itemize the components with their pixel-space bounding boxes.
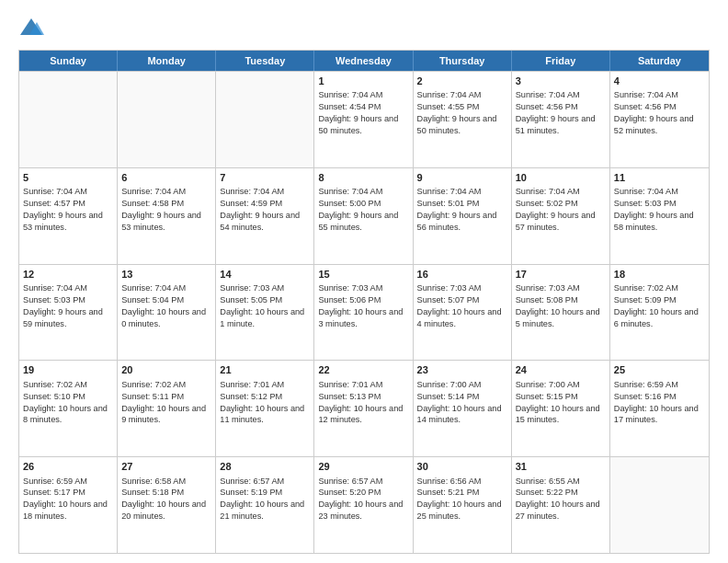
header-cell-tuesday: Tuesday	[216, 51, 314, 71]
day-info: Daylight: 9 hours and 54 minutes.	[220, 210, 310, 234]
calendar-body: 1Sunrise: 7:04 AMSunset: 4:54 PMDaylight…	[19, 71, 709, 553]
day-number: 22	[318, 363, 408, 377]
cal-cell: 10Sunrise: 7:04 AMSunset: 5:02 PMDayligh…	[512, 168, 610, 264]
day-info: Sunrise: 7:04 AM	[318, 89, 408, 101]
day-info: Sunrise: 6:57 AM	[318, 476, 408, 488]
day-info: Daylight: 9 hours and 58 minutes.	[614, 210, 705, 234]
day-info: Sunrise: 7:04 AM	[614, 186, 705, 198]
day-info: Sunrise: 7:04 AM	[516, 186, 606, 198]
day-info: Sunrise: 7:04 AM	[417, 186, 507, 198]
day-number: 8	[318, 171, 408, 185]
day-info: Daylight: 10 hours and 8 minutes.	[23, 403, 113, 427]
cal-cell: 24Sunrise: 7:00 AMSunset: 5:15 PMDayligh…	[512, 361, 610, 456]
cal-cell: 1Sunrise: 7:04 AMSunset: 4:54 PMDaylight…	[314, 72, 413, 167]
day-info: Sunrise: 7:04 AM	[516, 89, 606, 101]
day-number: 27	[121, 460, 211, 474]
day-info: Daylight: 9 hours and 51 minutes.	[516, 113, 606, 137]
day-info: Daylight: 9 hours and 53 minutes.	[121, 210, 211, 234]
day-info: Daylight: 10 hours and 14 minutes.	[417, 403, 507, 427]
day-info: Sunrise: 6:59 AM	[23, 476, 113, 488]
day-info: Sunrise: 7:04 AM	[23, 282, 113, 294]
day-info: Sunset: 5:21 PM	[417, 487, 507, 499]
day-info: Sunset: 5:01 PM	[417, 198, 507, 210]
day-number: 15	[318, 268, 408, 282]
day-info: Daylight: 9 hours and 56 minutes.	[417, 210, 507, 234]
cal-cell	[19, 72, 118, 167]
day-info: Sunrise: 7:04 AM	[220, 186, 310, 198]
day-info: Daylight: 10 hours and 23 minutes.	[318, 499, 408, 523]
day-info: Daylight: 10 hours and 21 minutes.	[220, 499, 310, 523]
cal-cell: 20Sunrise: 7:02 AMSunset: 5:11 PMDayligh…	[118, 361, 216, 456]
day-number: 2	[417, 75, 507, 88]
day-info: Sunrise: 7:03 AM	[318, 282, 408, 294]
day-info: Sunrise: 7:02 AM	[614, 282, 705, 294]
week-row-2: 5Sunrise: 7:04 AMSunset: 4:57 PMDaylight…	[19, 167, 709, 264]
day-info: Sunset: 5:07 PM	[417, 294, 507, 306]
day-info: Sunrise: 6:58 AM	[121, 476, 211, 488]
day-info: Daylight: 10 hours and 17 minutes.	[614, 403, 705, 427]
cal-cell: 30Sunrise: 6:56 AMSunset: 5:21 PMDayligh…	[414, 457, 512, 553]
day-info: Daylight: 9 hours and 50 minutes.	[417, 113, 507, 137]
cal-cell: 31Sunrise: 6:55 AMSunset: 5:22 PMDayligh…	[512, 457, 610, 553]
cal-cell: 14Sunrise: 7:03 AMSunset: 5:05 PMDayligh…	[216, 265, 314, 361]
day-info: Sunrise: 7:04 AM	[121, 186, 211, 198]
cal-cell	[118, 72, 216, 167]
day-info: Daylight: 10 hours and 15 minutes.	[516, 403, 606, 427]
day-info: Daylight: 10 hours and 4 minutes.	[417, 306, 507, 330]
week-row-3: 12Sunrise: 7:04 AMSunset: 5:03 PMDayligh…	[19, 264, 709, 361]
day-info: Sunset: 4:59 PM	[220, 198, 310, 210]
day-number: 25	[614, 363, 705, 377]
day-info: Sunrise: 7:04 AM	[121, 282, 211, 294]
day-info: Sunset: 5:05 PM	[220, 294, 310, 306]
day-info: Sunset: 4:56 PM	[516, 101, 606, 113]
cal-cell: 22Sunrise: 7:01 AMSunset: 5:13 PMDayligh…	[314, 361, 413, 456]
day-info: Sunrise: 7:01 AM	[318, 379, 408, 391]
day-info: Sunset: 5:20 PM	[318, 487, 408, 499]
cal-cell: 21Sunrise: 7:01 AMSunset: 5:12 PMDayligh…	[216, 361, 314, 456]
day-number: 9	[417, 171, 507, 185]
day-number: 18	[614, 268, 705, 282]
day-info: Sunrise: 7:04 AM	[417, 89, 507, 101]
logo	[18, 15, 48, 40]
day-info: Sunrise: 6:56 AM	[417, 476, 507, 488]
day-info: Sunset: 5:14 PM	[417, 391, 507, 403]
day-info: Sunset: 5:13 PM	[318, 391, 408, 403]
day-number: 23	[417, 363, 507, 377]
day-info: Daylight: 9 hours and 57 minutes.	[516, 210, 606, 234]
day-info: Sunset: 5:16 PM	[614, 391, 705, 403]
logo-icon	[18, 15, 44, 40]
day-info: Sunset: 5:09 PM	[614, 294, 705, 306]
day-number: 16	[417, 268, 507, 282]
day-info: Sunset: 4:54 PM	[318, 101, 408, 113]
page-header	[18, 15, 710, 40]
cal-cell: 18Sunrise: 7:02 AMSunset: 5:09 PMDayligh…	[610, 265, 709, 361]
day-number: 12	[23, 268, 113, 282]
day-info: Daylight: 9 hours and 53 minutes.	[23, 210, 113, 234]
day-number: 26	[23, 460, 113, 474]
day-info: Sunrise: 7:03 AM	[516, 282, 606, 294]
day-info: Daylight: 10 hours and 3 minutes.	[318, 306, 408, 330]
day-info: Daylight: 9 hours and 55 minutes.	[318, 210, 408, 234]
day-info: Sunset: 5:22 PM	[516, 487, 606, 499]
cal-cell: 23Sunrise: 7:00 AMSunset: 5:14 PMDayligh…	[414, 361, 512, 456]
day-info: Daylight: 10 hours and 20 minutes.	[121, 499, 211, 523]
cal-cell: 5Sunrise: 7:04 AMSunset: 4:57 PMDaylight…	[19, 168, 118, 264]
day-info: Daylight: 9 hours and 52 minutes.	[614, 113, 705, 137]
day-info: Daylight: 10 hours and 18 minutes.	[23, 499, 113, 523]
day-info: Sunset: 5:03 PM	[23, 294, 113, 306]
day-number: 21	[220, 363, 310, 377]
day-info: Sunset: 5:06 PM	[318, 294, 408, 306]
day-info: Daylight: 10 hours and 5 minutes.	[516, 306, 606, 330]
header-cell-saturday: Saturday	[610, 51, 709, 71]
day-number: 11	[614, 171, 705, 185]
day-info: Sunrise: 6:55 AM	[516, 476, 606, 488]
day-info: Sunset: 5:02 PM	[516, 198, 606, 210]
cal-cell: 11Sunrise: 7:04 AMSunset: 5:03 PMDayligh…	[610, 168, 709, 264]
day-info: Daylight: 9 hours and 50 minutes.	[318, 113, 408, 137]
cal-cell: 4Sunrise: 7:04 AMSunset: 4:56 PMDaylight…	[610, 72, 709, 167]
day-info: Sunset: 4:56 PM	[614, 101, 705, 113]
day-number: 24	[516, 363, 606, 377]
header-cell-sunday: Sunday	[19, 51, 118, 71]
day-info: Sunset: 5:17 PM	[23, 487, 113, 499]
cal-cell: 3Sunrise: 7:04 AMSunset: 4:56 PMDaylight…	[512, 72, 610, 167]
